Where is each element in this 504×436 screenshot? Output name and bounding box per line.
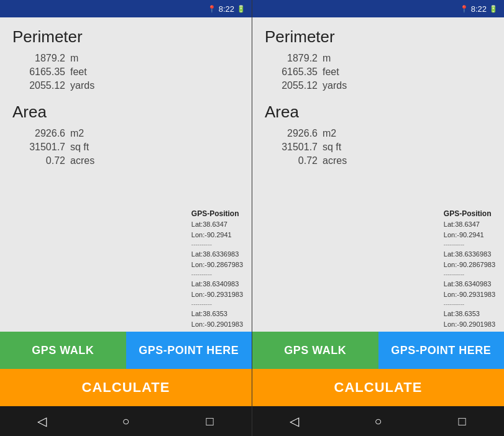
area-title-left: Area (12, 102, 239, 122)
status-icons-right: 📍 8:22 🔋 (460, 4, 498, 14)
perimeter-feet-value: 6165.35 (19, 66, 65, 78)
gps-walk-button-right[interactable]: GPS WALK (252, 332, 378, 369)
perimeter-m-value-right: 1879.2 (271, 53, 318, 64)
area-acres-row-right: 0.72 acres (271, 154, 492, 168)
area-acres-unit: acres (70, 155, 94, 166)
area-m2-unit-right: m2 (323, 128, 336, 139)
gps-panel-left: GPS-Position Lat:38.6347 Lon:-90.2941 --… (188, 206, 247, 332)
gps-entry-3-lat: Lat:38.6340983 (191, 279, 243, 289)
area-acres-unit-right: acres (323, 155, 347, 166)
gps-r-entry-3-lat: Lat:38.6340983 (444, 279, 495, 289)
top-button-row-left: GPS WALK GPS-POINT HERE (0, 332, 252, 369)
phone-panel-left: 📍 8:22 🔋 Perimeter 1879.2 m 6165.35 feet… (0, 0, 252, 436)
area-sqft-unit: sq ft (70, 142, 89, 153)
back-button-left[interactable]: ◁ (30, 414, 55, 429)
perimeter-feet-unit-right: feet (323, 66, 339, 78)
gps-r-entry-3-lon: Lon:-90.2931983 (444, 289, 495, 300)
perimeter-feet-value-right: 6165.35 (271, 66, 318, 78)
back-button-right[interactable]: ◁ (282, 414, 307, 429)
perimeter-m-row: 1879.2 m (19, 52, 239, 65)
gps-entry-4-lat: Lat:38.6353 (191, 309, 243, 319)
gps-entry-3-lon: Lon:-90.2931983 (191, 289, 243, 300)
gps-entry-4-lon: Lon:-90.2901983 (191, 319, 243, 330)
perimeter-yards-unit-right: yards (323, 80, 347, 91)
gps-point-button-right[interactable]: GPS-POINT HERE (378, 332, 505, 369)
perimeter-yards-value-right: 2055.12 (271, 80, 318, 91)
bottom-buttons-left: GPS WALK GPS-POINT HERE CALCULATE (0, 332, 252, 406)
gps-r-entry-4-lat: Lat:38.6353 (444, 309, 495, 319)
location-icon: 📍 (208, 5, 216, 13)
gps-divider-2: ---------- (191, 270, 243, 279)
area-acres-row: 0.72 acres (19, 154, 239, 168)
area-sqft-value: 31501.7 (19, 142, 65, 153)
area-acres-value-right: 0.72 (271, 155, 318, 166)
home-button-left[interactable]: ○ (114, 414, 139, 429)
phone-panel-right: 📍 8:22 🔋 Perimeter 1879.2 m 6165.35 feet… (252, 0, 504, 436)
perimeter-yards-value: 2055.12 (19, 80, 65, 91)
bottom-buttons-right: GPS WALK GPS-POINT HERE CALCULATE (252, 332, 504, 406)
battery-icon-right: 🔋 (489, 5, 498, 13)
recent-button-right[interactable]: □ (450, 414, 475, 429)
gps-walk-button-left[interactable]: GPS WALK (0, 332, 126, 369)
main-content-right: Perimeter 1879.2 m 6165.35 feet 2055.12 … (252, 17, 504, 332)
gps-r-divider-3: ---------- (444, 299, 495, 309)
gps-point-button-left[interactable]: GPS-POINT HERE (126, 332, 252, 369)
gps-panel-right: GPS-Position Lat:38.6347 Lon:-90.2941 --… (440, 206, 499, 332)
nav-bar-right: ◁ ○ □ (252, 406, 504, 436)
gps-r-entry-2-lon: Lon:-90.2867983 (444, 260, 495, 270)
signal-text: 8:22 (219, 4, 234, 14)
gps-r-entry-2-lat: Lat:38.6336983 (444, 249, 495, 260)
gps-r-entry-1-lat: Lat:38.6347 (444, 219, 495, 230)
gps-entry-1-lat: Lat:38.6347 (191, 219, 243, 230)
area-m2-value: 2926.6 (19, 128, 65, 139)
main-content-left: Perimeter 1879.2 m 6165.35 feet 2055.12 … (0, 17, 252, 332)
gps-divider-1: ---------- (191, 240, 243, 249)
top-button-row-right: GPS WALK GPS-POINT HERE (252, 332, 504, 369)
gps-r-divider-2: ---------- (444, 270, 495, 279)
nav-bar-left: ◁ ○ □ (0, 406, 252, 436)
perimeter-feet-row: 6165.35 feet (19, 65, 239, 79)
perimeter-m-unit-right: m (323, 53, 331, 64)
gps-r-divider-1: ---------- (444, 240, 495, 249)
gps-r-entry-1-lon: Lon:-90.2941 (444, 230, 495, 240)
gps-title-right: GPS-Position (444, 208, 495, 219)
status-bar-left: 📍 8:22 🔋 (0, 0, 252, 17)
gps-entry-2-lat: Lat:38.6336983 (191, 249, 243, 260)
perimeter-yards-row: 2055.12 yards (19, 79, 239, 93)
area-sqft-unit-right: sq ft (323, 142, 341, 153)
gps-divider-3: ---------- (191, 299, 243, 309)
gps-entry-2-lon: Lon:-90.2867983 (191, 260, 243, 270)
perimeter-feet-unit: feet (70, 66, 87, 78)
calculate-button-left[interactable]: CALCULATE (0, 369, 252, 406)
signal-text-right: 8:22 (471, 4, 487, 14)
status-bar-right: 📍 8:22 🔋 (252, 0, 504, 17)
area-m2-unit: m2 (70, 128, 84, 139)
gps-title-left: GPS-Position (191, 208, 243, 219)
perimeter-m-value: 1879.2 (19, 53, 65, 64)
location-icon-right: 📍 (460, 5, 469, 13)
area-acres-value: 0.72 (19, 155, 65, 166)
area-sqft-value-right: 31501.7 (271, 142, 318, 153)
perimeter-yards-row-right: 2055.12 yards (271, 79, 492, 93)
area-m2-row: 2926.6 m2 (19, 127, 239, 140)
home-button-right[interactable]: ○ (366, 414, 391, 429)
gps-entry-1-lon: Lon:-90.2941 (191, 230, 243, 240)
battery-icon: 🔋 (237, 5, 245, 13)
perimeter-feet-row-right: 6165.35 feet (271, 65, 492, 79)
perimeter-m-row-right: 1879.2 m (271, 52, 492, 65)
area-sqft-row: 31501.7 sq ft (19, 140, 239, 154)
perimeter-title-right: Perimeter (265, 27, 492, 47)
area-m2-row-right: 2926.6 m2 (271, 127, 492, 140)
gps-r-entry-4-lon: Lon:-90.2901983 (444, 319, 495, 330)
perimeter-title-left: Perimeter (12, 27, 239, 47)
area-sqft-row-right: 31501.7 sq ft (271, 140, 492, 154)
area-m2-value-right: 2926.6 (271, 128, 318, 139)
recent-button-left[interactable]: □ (198, 414, 222, 429)
perimeter-yards-unit: yards (70, 80, 94, 91)
area-title-right: Area (265, 102, 492, 122)
status-icons-left: 📍 8:22 🔋 (208, 4, 245, 14)
perimeter-m-unit: m (70, 53, 78, 64)
calculate-button-right[interactable]: CALCULATE (252, 369, 504, 406)
